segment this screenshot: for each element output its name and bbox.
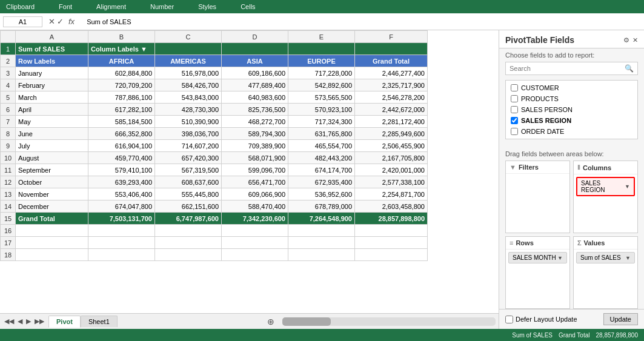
cell-c13[interactable]: 555,445,800 [155,188,222,200]
cell-e10[interactable]: 482,443,200 [288,152,355,164]
cell-b11[interactable]: 579,410,100 [88,164,155,176]
cell-a18[interactable] [16,249,88,261]
field-item-customer[interactable]: CUSTOMER [506,82,637,93]
cell-f13[interactable]: 2,254,871,700 [355,188,428,200]
cell-b2[interactable]: AFRICA [88,55,155,67]
cell-b9[interactable]: 616,904,100 [88,140,155,152]
col-header-e[interactable]: E [288,31,355,43]
cell-b14[interactable]: 674,047,800 [88,200,155,213]
col-header-f[interactable]: F [355,31,428,43]
field-checkbox-sales-region[interactable] [511,117,518,124]
cell-d11[interactable]: 599,096,700 [222,164,288,176]
col-header-c[interactable]: C [155,31,222,43]
cell-c6[interactable]: 428,730,300 [155,104,222,116]
cell-c14[interactable]: 662,151,600 [155,200,222,213]
nav-last[interactable]: ▶▶ [33,316,45,326]
cell-a1[interactable]: Sum of SALES [16,43,88,55]
add-sheet-button[interactable]: ⊕ [262,315,279,328]
cell-a6[interactable]: April [16,104,88,116]
cell-d8[interactable]: 589,794,300 [222,128,288,140]
cell-e8[interactable]: 631,765,800 [288,128,355,140]
field-item-order-date[interactable]: ORDER DATE [506,126,637,137]
cell-f4[interactable]: 2,325,717,900 [355,79,428,91]
cell-b17[interactable] [88,237,155,249]
cell-a10[interactable]: August [16,152,88,164]
cell-a17[interactable] [16,237,88,249]
cell-d5[interactable]: 640,983,600 [222,91,288,104]
cell-f17[interactable] [355,237,428,249]
cell-e6[interactable]: 570,923,100 [288,104,355,116]
nav-prev[interactable]: ◀ [16,316,24,326]
rows-chip-dropdown[interactable]: ▼ [557,255,563,261]
cell-e2[interactable]: EUROPE [288,55,355,67]
cell-a7[interactable]: May [16,116,88,128]
cell-d15[interactable]: 7,342,230,600 [222,213,288,225]
cell-c18[interactable] [155,249,222,261]
cell-a2[interactable]: Row Labels [16,55,88,67]
cell-e12[interactable]: 672,935,400 [288,176,355,188]
cell-a5[interactable]: March [16,91,88,104]
cell-e11[interactable]: 674,174,700 [288,164,355,176]
nav-first[interactable]: ◀◀ [3,316,15,326]
cell-b10[interactable]: 459,770,400 [88,152,155,164]
cell-c5[interactable]: 543,843,000 [155,91,222,104]
cell-d13[interactable]: 609,066,900 [222,188,288,200]
cell-a8[interactable]: June [16,128,88,140]
cell-d18[interactable] [222,249,288,261]
defer-layout-checkbox[interactable] [505,316,513,323]
cell-b13[interactable]: 553,406,400 [88,188,155,200]
cell-b3[interactable]: 602,884,800 [88,67,155,79]
cell-f16[interactable] [355,225,428,237]
cell-a15[interactable]: Grand Total [16,213,88,225]
cell-a14[interactable]: December [16,200,88,213]
cell-d14[interactable]: 588,470,400 [222,200,288,213]
cell-f10[interactable]: 2,167,705,800 [355,152,428,164]
cell-d6[interactable]: 825,736,500 [222,104,288,116]
cell-e15[interactable]: 7,264,548,900 [288,213,355,225]
cell-f2[interactable]: Grand Total [355,55,428,67]
cancel-formula-icon[interactable]: ✕ [48,17,55,26]
cell-b8[interactable]: 666,352,800 [88,128,155,140]
col-header-a[interactable]: A [16,31,88,43]
cell-b15[interactable]: 7,503,131,700 [88,213,155,225]
cell-b7[interactable]: 585,184,500 [88,116,155,128]
cell-f3[interactable]: 2,446,277,400 [355,67,428,79]
cell-f5[interactable]: 2,546,278,200 [355,91,428,104]
cell-c4[interactable]: 584,426,700 [155,79,222,91]
cell-e3[interactable]: 717,228,000 [288,67,355,79]
cell-f9[interactable]: 2,506,455,900 [355,140,428,152]
cell-d2[interactable]: ASIA [222,55,288,67]
cell-a4[interactable]: February [16,79,88,91]
field-checkbox-order-date[interactable] [511,128,518,135]
cell-b4[interactable]: 720,709,200 [88,79,155,91]
cell-b12[interactable]: 639,293,400 [88,176,155,188]
sheet-tab-sheet1[interactable]: Sheet1 [81,316,118,327]
field-item-sales-region[interactable]: SALES REGION [506,115,637,126]
confirm-formula-icon[interactable]: ✓ [57,17,64,26]
cell-a16[interactable] [16,225,88,237]
cell-b5[interactable]: 787,886,100 [88,91,155,104]
cell-d16[interactable] [222,225,288,237]
cell-d3[interactable]: 609,186,600 [222,67,288,79]
cell-c2[interactable]: AMERICAS [155,55,222,67]
cell-a11[interactable]: September [16,164,88,176]
field-item-products[interactable]: PRODUCTS [506,93,637,104]
cell-c9[interactable]: 714,607,200 [155,140,222,152]
cell-c12[interactable]: 608,637,600 [155,176,222,188]
rows-chip-sales-month[interactable]: SALES MONTH ▼ [508,252,567,263]
cell-a12[interactable]: October [16,176,88,188]
cell-d17[interactable] [222,237,288,249]
cell-f7[interactable]: 2,281,172,400 [355,116,428,128]
cell-e17[interactable] [288,237,355,249]
search-input[interactable] [510,65,625,72]
cell-c3[interactable]: 516,978,000 [155,67,222,79]
cell-c7[interactable]: 510,390,900 [155,116,222,128]
cell-d9[interactable]: 709,389,900 [222,140,288,152]
cell-b6[interactable]: 617,282,100 [88,104,155,116]
cell-d4[interactable]: 477,689,400 [222,79,288,91]
cell-d1[interactable] [222,43,288,55]
sheet-tab-pivot[interactable]: Pivot [48,316,81,328]
cell-c1[interactable] [155,43,222,55]
columns-chip-dropdown[interactable]: ▼ [625,184,630,190]
col-header-b[interactable]: B [88,31,155,43]
